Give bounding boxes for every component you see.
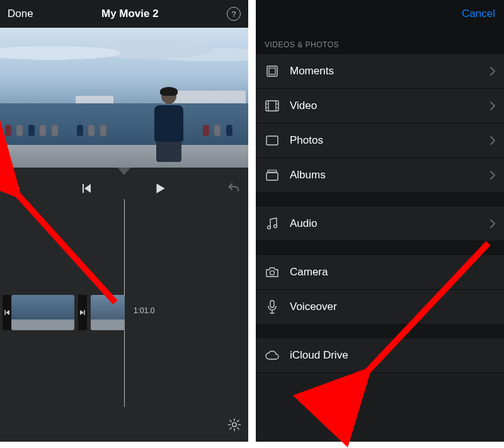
row-icloud-drive[interactable]: iCloud Drive [256,338,504,373]
svg-point-0 [232,423,236,427]
moments-icon [265,65,280,78]
microphone-icon [265,300,280,314]
row-video[interactable]: Video [256,89,504,123]
skip-back-icon[interactable] [80,182,93,195]
playhead-notch [118,168,130,175]
clip-thumbnail[interactable] [11,295,74,330]
cloud-icon [265,350,280,360]
done-button[interactable]: Done [8,8,33,20]
chevron-right-icon [490,67,495,76]
row-albums[interactable]: Albums [256,158,504,193]
project-title: My Movie 2 [101,8,159,20]
camera-icon [265,267,280,278]
section-spacer [256,325,504,338]
clip-strip[interactable] [3,295,125,330]
timeline[interactable]: 1:01.0 [0,199,248,439]
settings-gear-icon[interactable] [227,417,242,432]
row-label: Camera [290,266,495,279]
person-in-frame [151,88,186,163]
svg-rect-3 [266,101,278,111]
row-audio[interactable]: Audio [256,207,504,241]
section-header-videos-photos: VIDEOS & PHOTOS [256,28,504,54]
clip-thumbnail[interactable] [91,295,125,330]
add-media-button[interactable] [8,182,20,195]
editor-header: Done My Movie 2 ? [0,0,248,28]
transport-controls [0,175,248,199]
row-label: Audio [290,217,490,230]
row-camera[interactable]: Camera [256,255,504,290]
section-spacer [256,241,504,255]
albums-icon [265,169,280,181]
row-label: Voiceover [290,301,495,313]
clip-start-cap [3,295,11,330]
svg-rect-4 [266,136,278,145]
photos-icon [265,135,280,146]
browser-header: Cancel [256,0,504,28]
chevron-right-icon [490,171,495,180]
video-icon [265,100,280,112]
row-photos[interactable]: Photos [256,123,504,158]
timecode-label: 1:01.0 [134,306,154,315]
help-icon[interactable]: ? [227,7,241,21]
svg-rect-6 [266,173,278,180]
row-label: Moments [290,65,490,78]
row-moments[interactable]: Moments [256,54,504,89]
chevron-right-icon [490,219,495,228]
row-voiceover[interactable]: Voiceover [256,290,504,325]
svg-rect-2 [269,68,275,74]
cancel-button[interactable]: Cancel [462,8,495,20]
svg-rect-5 [268,170,277,172]
chevron-right-icon [490,136,495,145]
row-label: Video [290,100,490,112]
clip-end-cap [78,295,87,330]
chevron-right-icon [490,101,495,110]
row-label: iCloud Drive [290,349,495,362]
video-preview [0,28,248,168]
imovie-editor: Done My Movie 2 ? [0,0,248,442]
svg-rect-10 [270,301,274,307]
section-spacer [256,193,504,207]
svg-point-9 [270,271,275,275]
play-icon[interactable] [153,181,167,195]
row-label: Albums [290,169,490,181]
audio-icon [265,217,280,230]
undo-icon[interactable] [227,181,241,195]
media-browser: Cancel VIDEOS & PHOTOS Moments Video Pho… [256,0,504,442]
row-label: Photos [290,134,490,147]
screenshot-stage: Done My Movie 2 ? [0,0,504,448]
